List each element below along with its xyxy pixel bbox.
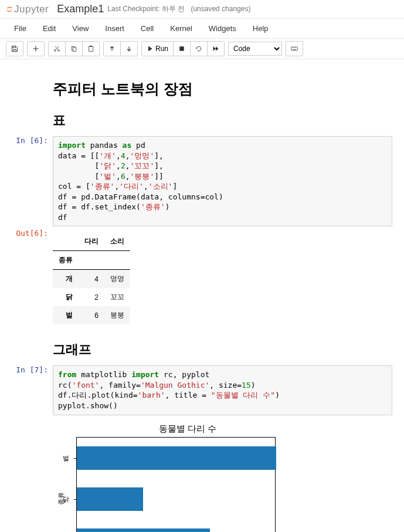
svg-point-0 bbox=[11, 6, 12, 8]
notebook-title[interactable]: Example1 bbox=[57, 3, 104, 15]
jupyter-logo[interactable]: Jupyter bbox=[6, 4, 49, 15]
command-palette-button[interactable] bbox=[286, 42, 303, 56]
in-prompt-7: In [7]: bbox=[0, 365, 53, 415]
chart-output: 동물별 다리 수 종류 벌닭개0123456 bbox=[53, 421, 392, 532]
save-button[interactable] bbox=[6, 42, 23, 56]
table-row: 벌6붕붕 bbox=[53, 306, 130, 324]
svg-rect-6 bbox=[90, 46, 92, 47]
out-prompt-6: Out[6]: bbox=[0, 229, 53, 324]
chart-category-label: 닭 bbox=[63, 494, 69, 503]
chart-category-label: 벌 bbox=[63, 453, 69, 462]
code-cell-7[interactable]: from matplotlib import rc, pyplot rc('fo… bbox=[53, 365, 392, 415]
svg-rect-8 bbox=[291, 47, 298, 50]
chart-bar bbox=[77, 528, 210, 532]
svg-rect-5 bbox=[89, 46, 93, 51]
checkpoint-info: Last Checkpoint: 하루 전 (unsaved changes) bbox=[107, 4, 250, 14]
menu-kernel[interactable]: Kernel bbox=[162, 21, 201, 36]
output-table: 다리소리 종류 개4멍멍 닭2꼬꼬 벌6붕붕 bbox=[53, 232, 130, 324]
move-up-button[interactable] bbox=[104, 42, 121, 56]
code-cell-6[interactable]: import pandas as pd data = [['개',4,'멍멍']… bbox=[53, 136, 392, 226]
chart-bar bbox=[77, 487, 143, 511]
restart-icon bbox=[195, 45, 202, 52]
menu-cell[interactable]: Cell bbox=[133, 21, 162, 36]
celltype-select[interactable]: Code bbox=[228, 42, 282, 56]
restart-run-button[interactable] bbox=[208, 42, 224, 56]
arrow-down-icon bbox=[125, 45, 133, 52]
menu-edit[interactable]: Edit bbox=[35, 21, 64, 36]
svg-point-1 bbox=[55, 50, 56, 52]
svg-rect-7 bbox=[179, 46, 184, 51]
svg-rect-4 bbox=[73, 48, 76, 52]
paste-button[interactable] bbox=[83, 42, 99, 56]
fast-forward-icon bbox=[212, 45, 219, 52]
jupyter-icon bbox=[6, 6, 13, 13]
menu-file[interactable]: File bbox=[6, 21, 35, 36]
logo-text: Jupyter bbox=[14, 4, 49, 15]
chart-bar bbox=[77, 446, 276, 470]
paste-icon bbox=[87, 45, 94, 52]
copy-button[interactable] bbox=[66, 42, 83, 56]
arrow-up-icon bbox=[108, 45, 116, 52]
table-row: 개4멍멍 bbox=[53, 270, 130, 289]
cut-button[interactable] bbox=[49, 42, 66, 56]
stop-icon bbox=[178, 45, 185, 52]
in-prompt-6: In [6]: bbox=[0, 136, 53, 226]
heading-table: 표 bbox=[53, 111, 392, 129]
svg-point-2 bbox=[58, 50, 60, 52]
notebook-area: 주피터 노트북의 장점 표 In [6]: import pandas as p… bbox=[0, 59, 404, 532]
keyboard-icon bbox=[291, 45, 298, 52]
save-icon bbox=[11, 45, 18, 52]
add-cell-button[interactable] bbox=[28, 42, 44, 56]
scissors-icon bbox=[53, 45, 60, 52]
menu-insert[interactable]: Insert bbox=[97, 21, 133, 36]
chart-title: 동물별 다리 수 bbox=[76, 421, 299, 437]
menu-widgets[interactable]: Widgets bbox=[201, 21, 245, 36]
menu-view[interactable]: View bbox=[64, 21, 97, 36]
heading-chart: 그래프 bbox=[53, 341, 392, 358]
heading-1: 주피터 노트북의 장점 bbox=[53, 79, 392, 99]
move-down-button[interactable] bbox=[121, 42, 137, 56]
toolbar: Run Code bbox=[0, 39, 404, 59]
stop-button[interactable] bbox=[174, 42, 191, 56]
restart-button[interactable] bbox=[191, 42, 208, 56]
run-button[interactable]: Run bbox=[142, 42, 174, 56]
play-icon bbox=[147, 45, 154, 52]
table-row: 닭2꼬꼬 bbox=[53, 288, 130, 306]
copy-icon bbox=[70, 45, 77, 52]
plus-icon bbox=[32, 45, 39, 52]
menubar: File Edit View Insert Cell Kernel Widget… bbox=[0, 19, 404, 39]
menu-help[interactable]: Help bbox=[245, 21, 277, 36]
